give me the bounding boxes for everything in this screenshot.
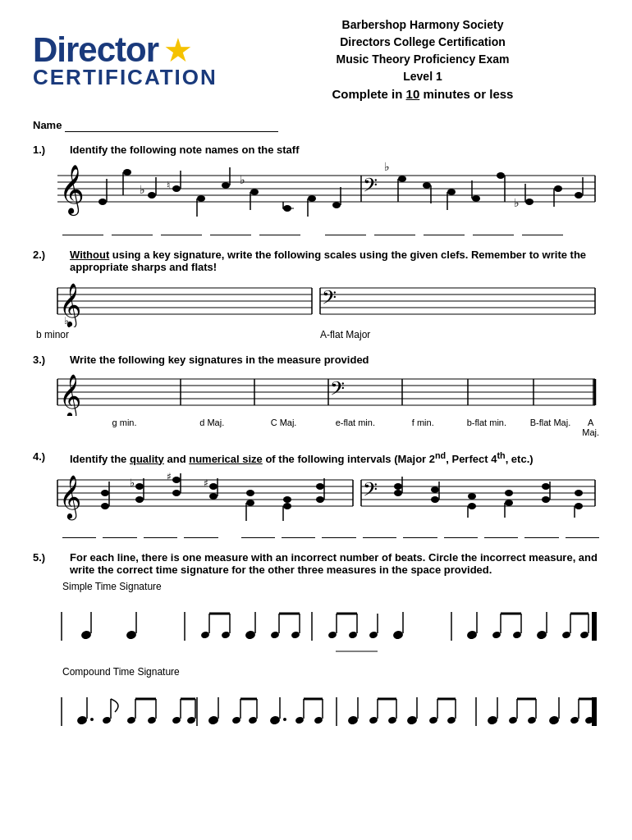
name-label: Name [33, 119, 62, 131]
svg-point-34 [332, 202, 341, 208]
q4-blank-10[interactable] [444, 527, 478, 538]
q4-blank-8[interactable] [363, 527, 396, 538]
blank-3[interactable] [161, 224, 202, 235]
svg-point-121 [394, 490, 402, 496]
svg-text:♭: ♭ [514, 197, 520, 209]
q4-num: 4.) [33, 450, 70, 463]
svg-point-32 [308, 195, 316, 202]
q4-sup2: th [497, 450, 505, 460]
svg-point-194 [102, 716, 112, 724]
svg-point-45 [497, 172, 505, 179]
q5-simple-label: Simple Time Signature [62, 581, 599, 592]
q4-bass-clef: 𝄢 [363, 479, 378, 504]
q5-num: 5.) [33, 551, 70, 564]
svg-point-163 [348, 631, 358, 639]
svg-point-136 [575, 503, 583, 509]
title-line2: Directors College Certification [246, 34, 599, 51]
svg-point-196 [126, 716, 136, 724]
q3-label-8: A Maj. [582, 418, 599, 437]
svg-point-16 [148, 192, 156, 199]
q2-labels: b minor A-flat Major [33, 329, 599, 340]
svg-text:♭: ♭ [64, 315, 69, 326]
svg-point-171 [466, 629, 478, 640]
svg-point-154 [245, 629, 256, 640]
svg-point-105 [246, 500, 254, 506]
svg-point-128 [468, 493, 476, 500]
q4-blank-11[interactable] [484, 527, 518, 538]
title-line4: Level 1 [246, 68, 599, 85]
svg-point-239 [527, 716, 537, 724]
blank-9[interactable] [473, 224, 514, 235]
q3-label-3: C Maj. [248, 418, 319, 437]
svg-point-228 [406, 714, 418, 725]
q1-num: 1.) [33, 144, 70, 156]
q4-blank-12[interactable] [524, 527, 558, 538]
q4-text: Identify the quality and numerical size … [70, 450, 599, 465]
blank-5[interactable] [259, 224, 300, 235]
q3-bass-clef: 𝄢 [330, 378, 345, 404]
treble-clef: 𝄞 [59, 165, 85, 217]
svg-point-161 [327, 631, 337, 639]
blank-6[interactable] [325, 224, 366, 235]
q3-label-7: B-flat Maj. [519, 418, 583, 437]
svg-point-137 [575, 490, 583, 496]
q4-underline1: quality [130, 453, 164, 465]
q4-blank-2[interactable] [103, 527, 136, 538]
svg-point-191 [76, 714, 88, 725]
q1-answer-blanks [62, 224, 599, 235]
q4-blank-6[interactable] [282, 527, 315, 538]
q4-blank-5[interactable] [241, 527, 275, 538]
svg-point-19 [172, 185, 181, 192]
bass-clef: 𝄢 [363, 175, 378, 200]
svg-point-165 [369, 631, 378, 639]
q3-label-6: b-flat min. [455, 418, 519, 437]
q2-staff-svg: 𝄞 ♭ 𝄢 [33, 278, 599, 327]
svg-point-215 [283, 718, 286, 721]
q4-blank-7[interactable] [322, 527, 355, 538]
svg-point-151 [221, 631, 231, 639]
blank-7[interactable] [374, 224, 415, 235]
svg-point-133 [542, 496, 550, 503]
q3-label-5: f min. [391, 418, 455, 437]
svg-point-111 [316, 496, 324, 503]
header-title-block: Barbershop Harmony Society Directors Col… [246, 16, 599, 104]
question-1: 1.) Identify the following note names on… [33, 144, 599, 235]
q4-blank-1[interactable] [62, 527, 96, 538]
svg-point-203 [186, 716, 196, 724]
blank-1[interactable] [62, 224, 103, 235]
logo-area: Director ★ CERTIFICATION [33, 30, 246, 90]
q4-blank-9[interactable] [403, 527, 437, 538]
q4-blank-3[interactable] [144, 527, 177, 538]
svg-point-242 [548, 714, 560, 725]
svg-point-124 [431, 496, 439, 503]
svg-point-12 [98, 199, 107, 205]
blank-8[interactable] [424, 224, 465, 235]
svg-point-106 [246, 490, 254, 496]
q4-blank-13[interactable] [566, 527, 599, 538]
svg-point-112 [316, 483, 324, 490]
svg-point-218 [314, 716, 323, 724]
blank-4[interactable] [210, 224, 251, 235]
q4-blank-4[interactable] [184, 527, 218, 538]
q1-text: Identify the following note names on the… [70, 144, 599, 156]
svg-point-37 [398, 176, 406, 182]
q2-treble-clef: 𝄞 [59, 283, 81, 327]
blank-2[interactable] [112, 224, 153, 235]
blank-10[interactable] [522, 224, 563, 235]
q1-header: 1.) Identify the following note names on… [33, 144, 599, 156]
logo-box: Director ★ [33, 30, 246, 70]
title-line3: Music Theory Proficiency Exam [246, 51, 599, 68]
svg-point-134 [542, 483, 550, 490]
svg-text:♭: ♭ [240, 174, 245, 186]
svg-point-130 [505, 500, 513, 506]
svg-point-22 [197, 195, 205, 202]
svg-point-98 [172, 477, 181, 483]
q3-text: Write the following key signatures in th… [70, 354, 599, 366]
svg-point-235 [487, 714, 498, 725]
q2-text: Without using a key signature, write the… [70, 249, 599, 273]
q3-num: 3.) [33, 354, 70, 366]
svg-point-182 [579, 631, 589, 639]
q5-header: 5.) For each line, there is one measure … [33, 551, 599, 576]
svg-point-52 [575, 192, 583, 199]
svg-point-109 [283, 496, 291, 503]
